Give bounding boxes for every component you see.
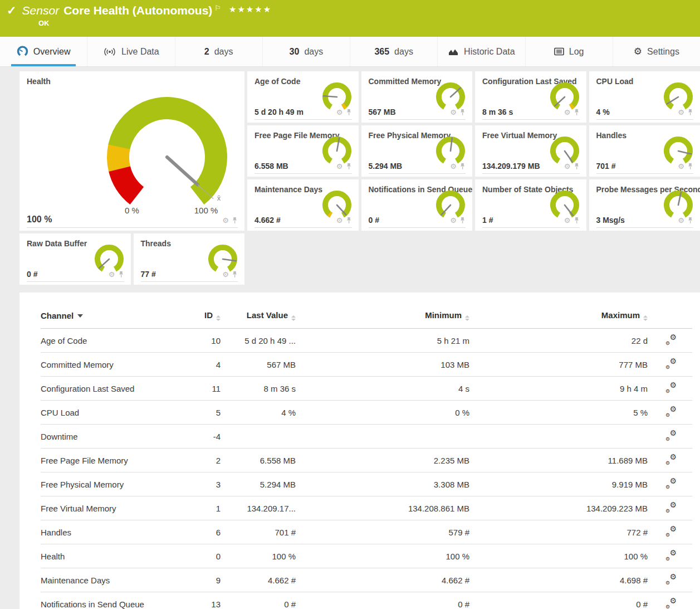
tab-overview[interactable]: Overview bbox=[0, 37, 87, 66]
sensor-kind-label: Sensor bbox=[22, 4, 60, 17]
tab-live-data[interactable]: Live Data bbox=[87, 37, 174, 66]
channel-name-cell: Free Page File Memory bbox=[41, 449, 184, 472]
pin-icon[interactable] bbox=[459, 217, 466, 224]
gear-icon[interactable]: ⚙ bbox=[678, 162, 684, 170]
channel-settings-gear-icon[interactable]: ⚙⚙ bbox=[665, 382, 677, 393]
pin-icon[interactable] bbox=[346, 109, 352, 116]
last-value-cell: 5 d 20 h 49 ... bbox=[221, 329, 296, 353]
gauge-title: Free Virtual Memory bbox=[482, 131, 557, 140]
tab-live-data-label: Live Data bbox=[121, 47, 159, 57]
gear-icon[interactable]: ⚙ bbox=[564, 108, 571, 116]
channel-settings-gear-icon[interactable]: ⚙⚙ bbox=[665, 406, 677, 417]
column-header-minimum[interactable]: Minimum bbox=[296, 306, 469, 329]
channel-id-cell: 0 bbox=[184, 544, 221, 568]
gauge-panel: Free Physical Memory 5.294 MB ⚙ bbox=[361, 125, 473, 177]
area-chart-icon bbox=[448, 47, 459, 56]
table-row: CPU Load54 %0 %5 %⚙⚙ bbox=[41, 401, 692, 425]
minimum-cell: 579 # bbox=[296, 520, 469, 544]
maximum-cell: 5 % bbox=[469, 401, 648, 425]
gauge-title: Health bbox=[27, 77, 51, 86]
channel-settings-cell: ⚙⚙ bbox=[648, 544, 692, 568]
last-value-cell: 4 % bbox=[221, 401, 296, 425]
sensor-status-badge: OK bbox=[38, 19, 700, 27]
channel-settings-gear-icon[interactable]: ⚙⚙ bbox=[665, 454, 677, 465]
pin-icon[interactable] bbox=[574, 217, 580, 224]
pin-icon[interactable] bbox=[574, 163, 580, 170]
pin-icon[interactable] bbox=[346, 163, 352, 170]
gear-icon[interactable]: ⚙ bbox=[222, 216, 229, 225]
channel-settings-cell: ⚙⚙ bbox=[648, 377, 692, 401]
column-header-id[interactable]: ID bbox=[184, 306, 221, 329]
channel-name-cell: Configuration Last Saved bbox=[41, 377, 184, 401]
gauge-value: 0 # bbox=[369, 216, 379, 225]
channel-settings-gear-icon[interactable]: ⚙⚙ bbox=[665, 526, 677, 537]
gauge-icon bbox=[17, 46, 28, 57]
channel-settings-gear-icon[interactable]: ⚙⚙ bbox=[665, 502, 677, 513]
column-label: Channel bbox=[41, 311, 74, 320]
table-row: Handles6701 #579 #772 #⚙⚙ bbox=[41, 520, 692, 544]
tab-historic-data[interactable]: Historic Data bbox=[437, 37, 525, 66]
column-label: Last Value bbox=[247, 310, 288, 320]
tab-30-days[interactable]: 30 days bbox=[262, 37, 350, 66]
gear-icon[interactable]: ⚙ bbox=[678, 108, 684, 116]
pin-icon[interactable] bbox=[346, 217, 352, 224]
tab-2-days[interactable]: 2 days bbox=[175, 37, 262, 66]
tab-overview-label: Overview bbox=[33, 47, 71, 57]
gear-icon[interactable]: ⚙ bbox=[450, 108, 457, 116]
channel-settings-gear-icon[interactable]: ⚙⚙ bbox=[665, 358, 677, 369]
column-label: Maximum bbox=[601, 310, 640, 320]
channel-settings-gear-icon[interactable]: ⚙⚙ bbox=[665, 478, 677, 489]
pin-icon[interactable] bbox=[687, 109, 693, 116]
minimum-cell: 5 h 21 m bbox=[296, 329, 469, 353]
gear-icon[interactable]: ⚙ bbox=[564, 162, 571, 170]
gear-icon[interactable]: ⚙ bbox=[450, 216, 457, 225]
channel-settings-gear-icon[interactable]: ⚙⚙ bbox=[665, 598, 677, 608]
minimum-cell: 100 % bbox=[296, 544, 469, 568]
sort-desc-icon bbox=[77, 314, 83, 318]
gauge-title: Maintenance Days bbox=[254, 185, 322, 194]
gear-icon[interactable]: ⚙ bbox=[222, 270, 229, 279]
sort-icon bbox=[465, 315, 469, 321]
column-label: ID bbox=[204, 310, 213, 320]
tab-settings[interactable]: ⚙ Settings bbox=[613, 37, 700, 66]
channel-settings-gear-icon[interactable]: ⚙⚙ bbox=[665, 430, 677, 441]
channel-name-cell: Committed Memory bbox=[41, 353, 184, 377]
gauge-panel: Number of State Objects 1 # ⚙ bbox=[475, 179, 586, 231]
last-value-cell: 4.662 # bbox=[221, 568, 296, 592]
gear-icon[interactable]: ⚙ bbox=[109, 270, 115, 279]
pin-icon[interactable] bbox=[687, 163, 693, 170]
table-row: Age of Code105 d 20 h 49 ...5 h 21 m22 d… bbox=[41, 329, 692, 353]
gear-icon[interactable]: ⚙ bbox=[336, 108, 343, 116]
column-header-last-value[interactable]: Last Value bbox=[221, 306, 296, 329]
channel-settings-gear-icon[interactable]: ⚙⚙ bbox=[665, 334, 677, 345]
channel-settings-gear-icon[interactable]: ⚙⚙ bbox=[665, 550, 677, 561]
settings-gear-icon: ⚙ bbox=[634, 46, 642, 57]
gauge-grid: Health x̄0 %100 % 100 % ⚙ Age of Code 5 … bbox=[19, 71, 700, 285]
pin-icon[interactable] bbox=[118, 271, 124, 278]
gear-icon[interactable]: ⚙ bbox=[450, 162, 457, 170]
pin-icon[interactable] bbox=[687, 217, 693, 224]
column-header-channel[interactable]: Channel bbox=[41, 306, 184, 329]
gear-icon[interactable]: ⚙ bbox=[336, 162, 343, 170]
pin-icon[interactable] bbox=[232, 271, 238, 278]
flag-icon[interactable]: ⚐ bbox=[214, 4, 221, 12]
channel-settings-gear-icon[interactable]: ⚙⚙ bbox=[665, 574, 677, 584]
tab-365-days[interactable]: 365 days bbox=[350, 37, 437, 66]
svg-text:0 %: 0 % bbox=[125, 206, 139, 215]
gear-icon[interactable]: ⚙ bbox=[564, 216, 571, 225]
health-gauge-panel: Health x̄0 %100 % 100 % ⚙ bbox=[19, 71, 244, 231]
overview-content: Health x̄0 %100 % 100 % ⚙ Age of Code 5 … bbox=[0, 67, 700, 609]
sensor-title: Core Health (Autonomous) bbox=[63, 4, 212, 17]
last-value-cell: 567 MB bbox=[221, 353, 296, 377]
pin-icon[interactable] bbox=[574, 109, 580, 116]
tab-log[interactable]: Log bbox=[525, 37, 613, 66]
priority-stars[interactable]: ★★★★★ bbox=[229, 4, 272, 14]
gear-icon[interactable]: ⚙ bbox=[678, 216, 684, 225]
maximum-cell: 100 % bbox=[469, 544, 648, 568]
column-header-maximum[interactable]: Maximum bbox=[469, 306, 648, 329]
pin-icon[interactable] bbox=[232, 217, 238, 224]
channel-id-cell: 10 bbox=[184, 329, 221, 353]
gear-icon[interactable]: ⚙ bbox=[336, 216, 343, 225]
pin-icon[interactable] bbox=[459, 109, 466, 116]
pin-icon[interactable] bbox=[459, 163, 466, 170]
